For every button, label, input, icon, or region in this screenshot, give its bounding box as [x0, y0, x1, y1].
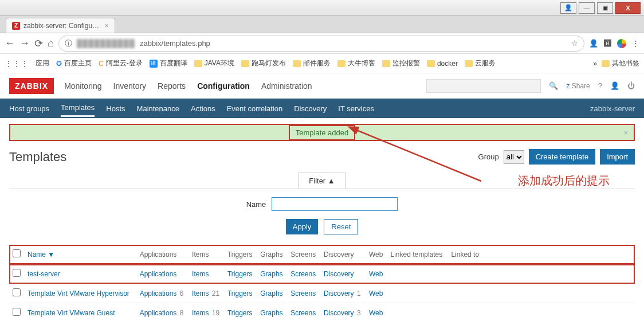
discovery-link[interactable]: Discovery — [324, 289, 354, 298]
import-button[interactable]: Import — [600, 149, 635, 165]
template-name-link[interactable]: Template Virt VMware Guest — [28, 309, 115, 317]
triggers-link[interactable]: Triggers — [227, 270, 253, 278]
back-icon[interactable]: ← — [5, 37, 15, 49]
bookmark-folder[interactable]: 跑马灯发布 — [241, 58, 286, 68]
window-maximize[interactable]: ▣ — [597, 2, 613, 14]
browser-menu-icon[interactable]: ⋮ — [632, 39, 639, 48]
group-select[interactable]: all — [504, 150, 524, 164]
graphs-link[interactable]: Graphs — [260, 289, 282, 298]
menu-monitoring[interactable]: Monitoring — [64, 81, 101, 91]
profile-icon[interactable]: 👤 — [589, 39, 598, 48]
search-icon[interactable]: 🔍 — [549, 81, 558, 90]
triggers-link[interactable]: Triggers — [227, 289, 253, 298]
filter-name-input[interactable] — [272, 197, 398, 211]
applications-link[interactable]: Applications — [140, 289, 177, 298]
row-checkbox[interactable] — [13, 308, 21, 316]
apply-button[interactable]: Apply — [286, 219, 319, 234]
linked-templates-cell — [387, 264, 448, 284]
sub-hosts[interactable]: Hosts — [106, 104, 125, 113]
discovery-link[interactable]: Discovery — [324, 309, 354, 317]
server-name: zabbix-server — [590, 104, 635, 113]
triggers-link[interactable]: Triggers — [227, 309, 253, 317]
items-link[interactable]: Items — [192, 289, 209, 298]
row-checkbox[interactable] — [13, 288, 21, 296]
template-name-link[interactable]: Template Virt VMware Hypervisor — [28, 289, 129, 298]
alert-close-icon[interactable]: × — [623, 128, 628, 137]
share-link[interactable]: z Share — [566, 82, 590, 90]
forward-icon[interactable]: → — [19, 37, 30, 49]
extension-icon[interactable] — [617, 39, 626, 48]
col-name[interactable]: Name ▼ — [24, 245, 136, 264]
items-link[interactable]: Items — [192, 270, 209, 278]
web-link[interactable]: Web — [369, 289, 383, 298]
star-icon[interactable]: ☆ — [571, 39, 578, 48]
bookmark-folder[interactable]: 邮件服务 — [293, 58, 331, 68]
logout-icon[interactable]: ⏻ — [627, 81, 635, 90]
success-alert: Template added × — [9, 124, 635, 141]
apps-label[interactable]: 应用 — [36, 58, 49, 68]
window-user-icon[interactable]: 👤 — [560, 2, 576, 14]
graphs-link[interactable]: Graphs — [260, 270, 282, 278]
select-all-checkbox[interactable] — [13, 249, 21, 257]
items-link[interactable]: Items — [192, 309, 209, 317]
site-info-icon[interactable]: ⓘ — [65, 38, 72, 49]
sub-event-correlation[interactable]: Event correlation — [227, 104, 283, 113]
bookmark-item[interactable]: C阿里云-登录 — [99, 58, 143, 68]
row-checkbox[interactable] — [13, 269, 21, 277]
screens-link[interactable]: Screens — [290, 270, 316, 278]
help-icon[interactable]: ? — [598, 81, 602, 90]
sub-templates[interactable]: Templates — [61, 103, 95, 117]
filter-toggle[interactable]: Filter ▲ — [298, 173, 345, 189]
bookmark-folder[interactable]: 监控报警 — [382, 58, 420, 68]
sub-host-groups[interactable]: Host groups — [9, 104, 49, 113]
user-icon[interactable]: 👤 — [610, 81, 619, 90]
bookmark-item[interactable]: 译百度翻译 — [150, 58, 187, 68]
col-linked-templates: Linked templates — [387, 245, 448, 264]
zabbix-logo[interactable]: ZABBIX — [9, 78, 54, 94]
global-search-input[interactable] — [426, 79, 541, 93]
sub-maintenance[interactable]: Maintenance — [137, 104, 179, 113]
address-bar[interactable]: ⓘ ██████████ zabbix/templates.php ☆ — [58, 36, 584, 52]
graphs-link[interactable]: Graphs — [260, 309, 282, 317]
sub-actions[interactable]: Actions — [191, 104, 215, 113]
apps-icon[interactable]: ⋮⋮⋮ — [5, 59, 29, 68]
page-title-bar: Templates Group all Create template Impo… — [9, 149, 635, 165]
bookmark-folder[interactable]: JAVA环境 — [194, 58, 234, 68]
reset-button[interactable]: Reset — [324, 219, 358, 234]
create-template-button[interactable]: Create template — [529, 149, 596, 165]
screens-link[interactable]: Screens — [290, 309, 316, 317]
applications-link[interactable]: Applications — [140, 270, 177, 278]
group-label: Group — [478, 152, 499, 161]
menu-administration[interactable]: Administration — [261, 81, 312, 91]
applications-link[interactable]: Applications — [140, 309, 177, 317]
home-icon[interactable]: ⌂ — [48, 37, 54, 49]
bookmark-item[interactable]: ✪百度主页 — [56, 58, 92, 68]
web-link[interactable]: Web — [369, 309, 383, 317]
menu-inventory[interactable]: Inventory — [113, 81, 147, 91]
browser-tab-active[interactable]: Z zabbix-server: Configu… × — [6, 18, 115, 33]
window-minimize[interactable]: — — [579, 2, 595, 14]
reload-icon[interactable]: ⟳ — [34, 37, 43, 50]
menu-reports[interactable]: Reports — [158, 81, 186, 91]
window-close[interactable]: X — [615, 2, 641, 14]
bookmark-folder[interactable]: 云服务 — [465, 58, 496, 68]
bookmark-folder[interactable]: docker — [427, 60, 458, 68]
tab-close-icon[interactable]: × — [105, 22, 109, 30]
screens-link[interactable]: Screens — [290, 289, 316, 298]
web-link[interactable]: Web — [369, 270, 383, 278]
bookmark-overflow-icon[interactable]: » — [593, 60, 597, 68]
menu-configuration[interactable]: Configuration — [197, 81, 250, 91]
table-row: test-serverApplicationsItemsTriggersGrap… — [9, 264, 635, 284]
sub-it-services[interactable]: IT services — [338, 104, 374, 113]
zabbix-main-menu: Monitoring Inventory Reports Configurati… — [64, 81, 312, 91]
other-bookmarks[interactable]: 其他书签 — [602, 58, 639, 68]
sub-discovery[interactable]: Discovery — [294, 104, 327, 113]
template-name-link[interactable]: test-server — [28, 270, 60, 278]
linked-to-cell — [447, 303, 635, 318]
translate-icon[interactable]: 🅰 — [604, 39, 611, 48]
applications-count: 8 — [178, 309, 183, 317]
table-row: Template Virt VMware HypervisorApplicati… — [9, 284, 635, 303]
discovery-link[interactable]: Discovery — [324, 270, 354, 278]
linked-to-cell — [447, 284, 635, 303]
bookmark-folder[interactable]: 大牛博客 — [337, 58, 375, 68]
